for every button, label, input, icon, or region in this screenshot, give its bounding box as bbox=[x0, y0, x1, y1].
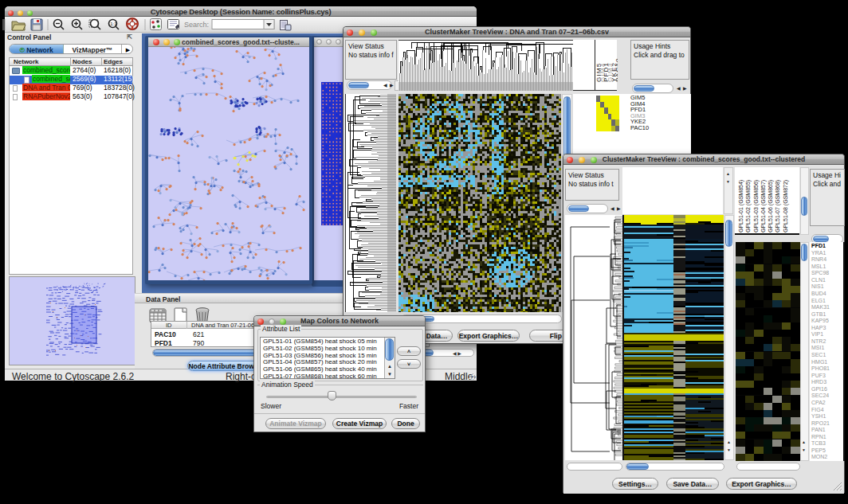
svg-text:1:1: 1:1 bbox=[110, 21, 117, 26]
svg-text:Search:: Search: bbox=[184, 21, 209, 29]
svg-text:PAC10: PAC10 bbox=[614, 57, 618, 82]
